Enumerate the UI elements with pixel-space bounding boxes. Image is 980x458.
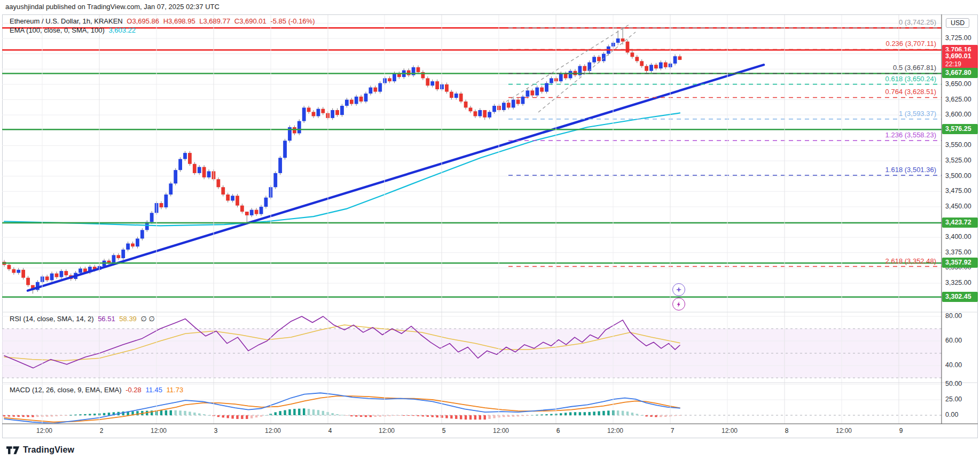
candle-down <box>335 110 339 115</box>
macd-hist-bar <box>598 412 600 415</box>
candle-down <box>407 71 411 75</box>
candle-up <box>649 65 653 71</box>
price-chart-svg[interactable] <box>2 14 978 438</box>
candle-up <box>550 78 553 83</box>
time-tick-day: 2 <box>100 427 104 434</box>
price-tick: 3,500.00 <box>945 172 971 180</box>
candle-down <box>516 100 520 104</box>
macd-tick: 50.00 <box>945 380 962 387</box>
candle-up <box>440 84 444 89</box>
candle-up <box>478 110 482 116</box>
lightning-bolt-button[interactable] <box>672 298 685 310</box>
symbol-title: Ethereum / U.S. Dollar, 1h, KRAKEN <box>10 17 123 25</box>
macd-hist-bar <box>260 415 262 416</box>
macd-signal-value: 11.73 <box>167 386 184 394</box>
price-badge: 3,357.92 <box>942 258 978 268</box>
macd-hist-bar <box>645 415 647 416</box>
candle-down <box>417 67 420 72</box>
macd-hist-bar <box>388 415 390 416</box>
candle-up <box>231 196 234 200</box>
macd-hist-bar <box>350 415 352 416</box>
candle-up <box>559 73 563 81</box>
candle-down <box>21 270 25 278</box>
price-tick: 3,550.00 <box>945 141 971 149</box>
candle-down <box>359 97 363 102</box>
ema-legend-row[interactable]: EMA (100, close, 0, SMA, 100) 3,603.22 <box>10 26 138 34</box>
macd-hist-bar <box>8 415 10 417</box>
rsi-panel <box>2 316 942 378</box>
macd-hist-bar <box>517 415 519 416</box>
macd-hist-bar <box>165 410 167 415</box>
candle-down <box>635 57 639 61</box>
macd-hist-bar <box>160 410 162 415</box>
tradingview-logo[interactable]: TradingView <box>6 445 74 455</box>
macd-hist-bar <box>265 415 267 416</box>
rsi-tick: 60.00 <box>945 337 962 344</box>
rsi-label: RSI (14, close, SMA, 14, 2) <box>10 315 94 323</box>
candle-up <box>264 198 268 207</box>
candle-up <box>260 207 263 214</box>
macd-hist-bar <box>36 415 38 417</box>
main-panel <box>2 23 942 298</box>
candle-down <box>426 78 429 86</box>
candle-down <box>216 179 220 187</box>
countdown-timer: 22:19 <box>945 60 978 68</box>
macd-hist-bar <box>379 415 381 417</box>
currency-chip[interactable]: USD <box>946 18 969 28</box>
macd-hist-bar <box>545 414 547 415</box>
macd-hist-bar <box>79 414 81 415</box>
macd-hist-bar <box>417 415 419 416</box>
macd-hist-bar <box>184 411 186 415</box>
candle-down <box>450 92 453 98</box>
macd-hist-bar <box>407 415 410 416</box>
fib-level-label: 1.618 (3,501.36) <box>885 166 936 174</box>
time-tick-hour: 12:00 <box>36 427 52 434</box>
candle-down <box>459 94 463 102</box>
candle-up <box>331 110 334 118</box>
macd-value: 11.45 <box>145 386 162 394</box>
macd-hist-bar <box>565 413 567 415</box>
fib-level-label: 0.236 (3,707.11) <box>886 40 936 48</box>
macd-hist-bar <box>503 415 505 417</box>
sparkle-ai-button[interactable] <box>672 283 685 296</box>
price-axis[interactable]: USD 3,725.003,700.003,675.003,650.003,62… <box>942 14 979 424</box>
candle-down <box>530 90 534 95</box>
macd-hist-bar <box>27 415 29 417</box>
macd-hist-bar <box>493 415 495 418</box>
macd-hist-bar <box>170 410 172 415</box>
time-axis[interactable]: 12:00212:00312:00412:00512:00612:00712:0… <box>2 427 942 438</box>
candle-down <box>435 81 439 89</box>
macd-hist-bar <box>246 415 248 419</box>
candle-up <box>59 271 63 277</box>
candle-down <box>321 109 325 113</box>
candle-up <box>364 94 368 102</box>
macd-hist-bar <box>512 415 514 417</box>
macd-hist-bar <box>275 412 277 415</box>
symbol-legend-row[interactable]: Ethereum / U.S. Dollar, 1h, KRAKEN O3,69… <box>10 17 317 25</box>
macd-hist-bar <box>674 415 676 416</box>
candle-up <box>283 141 287 158</box>
candle-up <box>317 109 320 117</box>
candle-down <box>483 110 487 118</box>
macd-hist-bar <box>436 415 438 417</box>
candle-down <box>373 88 377 92</box>
attribution-text: aayushjindal published on TradingView.co… <box>5 3 219 11</box>
macd-hist-bar <box>193 413 195 415</box>
rsi-legend-row[interactable]: RSI (14, close, SMA, 14, 2) 56.51 58.39 … <box>10 315 157 323</box>
macd-hist-bar <box>308 409 310 415</box>
macd-label: MACD (12, 26, close, 9, EMA, EMA) <box>10 386 122 394</box>
macd-legend-row[interactable]: MACD (12, 26, close, 9, EMA, EMA) -0.28 … <box>10 386 185 394</box>
candle-down <box>312 112 316 116</box>
price-tick: 3,725.00 <box>945 34 971 42</box>
macd-hist-bar <box>450 415 452 418</box>
macd-hist-bar <box>198 413 200 415</box>
price-tick: 3,650.00 <box>945 80 971 88</box>
macd-tick: 25.00 <box>945 395 962 403</box>
tradingview-logo-text: TradingView <box>23 445 74 455</box>
candle-up <box>355 97 358 104</box>
macd-hist-bar <box>398 415 400 416</box>
price-tick: 3,375.00 <box>945 249 971 256</box>
macd-hist-bar <box>46 415 48 417</box>
candle-up <box>340 106 344 115</box>
candle-up <box>297 121 301 134</box>
